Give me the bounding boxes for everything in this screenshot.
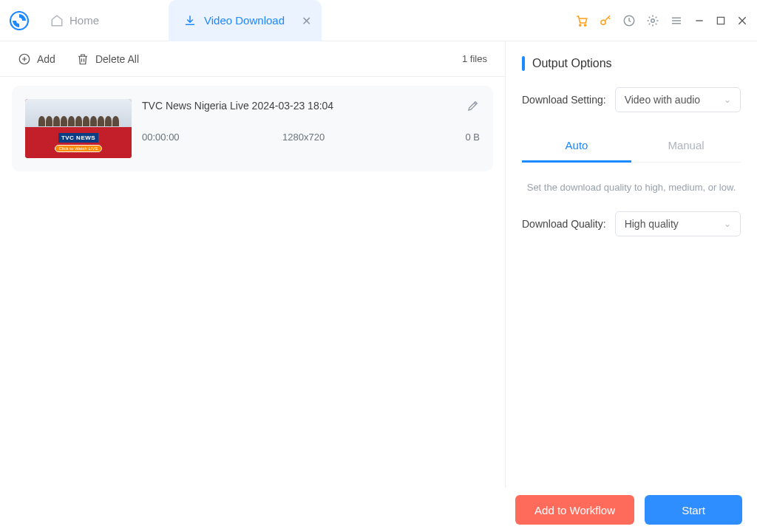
home-icon (50, 14, 64, 27)
maximize-icon[interactable] (716, 16, 726, 26)
file-title: TVC News Nigeria Live 2024-03-23 18:04 (142, 100, 466, 112)
add-to-workflow-button[interactable]: Add to Workflow (515, 495, 634, 525)
panel-title: Output Options (522, 56, 741, 71)
download-setting-select[interactable]: Video with audio ⌄ (615, 87, 741, 112)
titlebar: Home Video Download ✕ (0, 0, 757, 41)
svg-point-3 (601, 20, 605, 24)
download-quality-select[interactable]: High quality ⌄ (615, 211, 741, 236)
svg-rect-6 (717, 17, 724, 24)
tab-home[interactable]: Home (40, 0, 109, 41)
trash-icon (76, 52, 89, 66)
history-icon[interactable] (622, 14, 636, 27)
window-close-icon[interactable] (736, 15, 748, 27)
file-size: 0 B (435, 132, 480, 143)
gear-icon[interactable] (646, 14, 659, 27)
titlebar-actions (575, 14, 748, 27)
svg-point-2 (584, 24, 585, 25)
cart-icon[interactable] (575, 14, 588, 27)
download-setting-label: Download Setting: (522, 94, 606, 106)
file-duration: 00:00:00 (142, 132, 282, 143)
bottom-bar: Add to Workflow Start (0, 488, 757, 532)
quality-mode-tabs: Auto Manual (522, 132, 741, 163)
download-icon (183, 14, 197, 27)
tab-download-label: Video Download (204, 14, 285, 27)
tab-manual[interactable]: Manual (631, 132, 741, 162)
menu-icon[interactable] (670, 14, 683, 27)
output-options-panel: Output Options Download Setting: Video w… (506, 41, 757, 488)
close-icon[interactable]: ✕ (302, 13, 311, 27)
delete-all-button[interactable]: Delete All (76, 52, 139, 66)
tab-video-download[interactable]: Video Download ✕ (169, 0, 322, 41)
start-button[interactable]: Start (645, 495, 742, 525)
add-label: Add (37, 53, 55, 65)
tab-auto[interactable]: Auto (522, 132, 631, 163)
download-setting-value: Video with audio (625, 94, 700, 106)
file-count: 1 files (462, 53, 487, 64)
tab-home-label: Home (69, 14, 99, 27)
chevron-down-icon: ⌄ (724, 219, 731, 229)
chevron-down-icon: ⌄ (724, 95, 731, 105)
list-toolbar: Add Delete All 1 files (0, 41, 505, 77)
minimize-icon[interactable] (693, 15, 705, 27)
quality-hint: Set the download quality to high, medium… (522, 180, 741, 195)
file-list-panel: Add Delete All 1 files TVC NEWS Click to… (0, 41, 506, 488)
add-button[interactable]: Add (18, 52, 55, 66)
thumb-click-text: Click to Watch LIVE (55, 145, 103, 152)
edit-icon[interactable] (466, 99, 480, 112)
download-quality-value: High quality (625, 218, 679, 230)
file-resolution: 1280x720 (282, 132, 435, 143)
file-card[interactable]: TVC NEWS Click to Watch LIVE TVC News Ni… (12, 86, 493, 171)
svg-point-5 (651, 18, 655, 22)
app-logo (9, 10, 30, 31)
key-icon[interactable] (599, 14, 612, 27)
plus-icon (18, 52, 31, 66)
download-quality-label: Download Quality: (522, 218, 606, 230)
file-thumbnail: TVC NEWS Click to Watch LIVE (25, 99, 132, 158)
delete-all-label: Delete All (95, 53, 139, 65)
thumb-logo-text: TVC NEWS (58, 133, 98, 143)
svg-point-1 (580, 24, 581, 25)
